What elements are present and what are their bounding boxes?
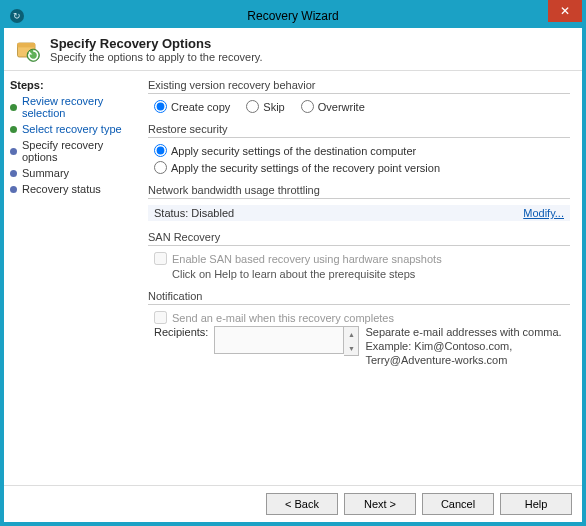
steps-heading: Steps:: [10, 79, 138, 91]
spin-up-icon[interactable]: ▲: [344, 327, 358, 341]
san-hint: Click on Help to learn about the prerequ…: [172, 268, 570, 280]
throttling-modify-link[interactable]: Modify...: [523, 207, 564, 219]
footer: < Back Next > Cancel Help: [4, 485, 582, 522]
recovery-wizard-window: ↻ Recovery Wizard ✕ Specify Recovery Opt…: [0, 0, 586, 526]
existing-version-group: Existing version recovery behavior Creat…: [148, 79, 570, 113]
recipients-spinner: ▲ ▼: [344, 326, 359, 356]
steps-sidebar: Steps: Review recovery selection Select …: [4, 71, 144, 485]
notification-email-checkbox: Send an e-mail when this recovery comple…: [148, 311, 570, 324]
existing-version-title: Existing version recovery behavior: [148, 79, 570, 91]
notification-group: Notification Send an e-mail when this re…: [148, 290, 570, 367]
page-subtitle: Specify the options to apply to the reco…: [50, 51, 263, 63]
recipients-hint: Separate e-mail addresses with comma. Ex…: [365, 326, 570, 367]
step-summary: Summary: [10, 167, 138, 179]
titlebar: ↻ Recovery Wizard ✕: [4, 4, 582, 28]
recovery-icon: [14, 36, 42, 64]
san-recovery-group: SAN Recovery Enable SAN based recovery u…: [148, 231, 570, 280]
restore-security-group: Restore security Apply security settings…: [148, 123, 570, 174]
radio-security-recovery-point[interactable]: Apply the security settings of the recov…: [154, 161, 570, 174]
restore-security-title: Restore security: [148, 123, 570, 135]
close-button[interactable]: ✕: [548, 0, 582, 22]
step-select-recovery-type[interactable]: Select recovery type: [10, 123, 138, 135]
next-button[interactable]: Next >: [344, 493, 416, 515]
app-icon: ↻: [10, 9, 24, 23]
radio-security-destination[interactable]: Apply security settings of the destinati…: [154, 144, 570, 157]
window-title: Recovery Wizard: [4, 9, 582, 23]
help-button[interactable]: Help: [500, 493, 572, 515]
back-button[interactable]: < Back: [266, 493, 338, 515]
spin-down-icon[interactable]: ▼: [344, 341, 358, 355]
throttling-group: Network bandwidth usage throttling Statu…: [148, 184, 570, 221]
san-recovery-title: SAN Recovery: [148, 231, 570, 243]
close-icon: ✕: [560, 4, 570, 18]
step-recovery-status: Recovery status: [10, 183, 138, 195]
page-title: Specify Recovery Options: [50, 36, 263, 51]
radio-overwrite[interactable]: Overwrite: [301, 100, 365, 113]
throttling-status: Status: Disabled: [154, 207, 234, 219]
recipients-input[interactable]: [214, 326, 344, 354]
recipients-label: Recipients:: [154, 326, 208, 338]
san-enable-checkbox: Enable SAN based recovery using hardware…: [148, 252, 570, 265]
radio-skip[interactable]: Skip: [246, 100, 284, 113]
cancel-button[interactable]: Cancel: [422, 493, 494, 515]
step-review-recovery-selection[interactable]: Review recovery selection: [10, 95, 138, 119]
radio-create-copy[interactable]: Create copy: [154, 100, 230, 113]
page-header: Specify Recovery Options Specify the opt…: [4, 28, 582, 71]
notification-title: Notification: [148, 290, 570, 302]
throttling-title: Network bandwidth usage throttling: [148, 184, 570, 196]
main-panel: Existing version recovery behavior Creat…: [144, 71, 582, 485]
svg-rect-1: [18, 43, 36, 47]
step-specify-recovery-options: Specify recovery options: [10, 139, 138, 163]
